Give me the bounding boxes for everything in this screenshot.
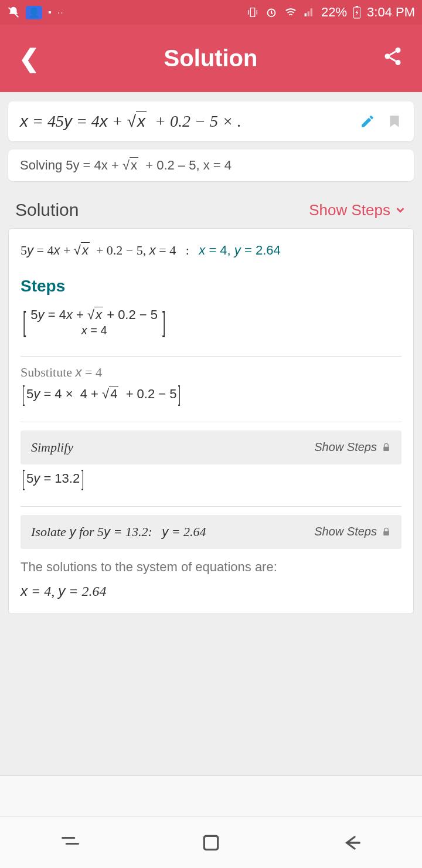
back-nav-button[interactable] (340, 831, 363, 855)
share-button[interactable] (382, 45, 403, 73)
solution-section-header: Solution Show Steps (8, 189, 414, 228)
lock-icon (382, 527, 391, 537)
battery-percent: 22% (321, 5, 347, 20)
bottom-strip (0, 775, 422, 816)
isolate-row[interactable]: Isolate y for 5y = 13.2: y = 2.64 Show S… (21, 515, 401, 549)
final-text: The solutions to the system of equations… (21, 560, 401, 575)
show-steps-locked[interactable]: Show Steps (314, 440, 391, 454)
steps-heading: Steps (21, 277, 401, 296)
status-right: 22% 3:04 PM (246, 5, 415, 20)
divider (21, 356, 401, 357)
svg-point-6 (396, 60, 401, 65)
show-steps-toggle[interactable]: Show Steps (309, 201, 407, 219)
svg-rect-3 (356, 6, 358, 7)
content-area: x = 45y = 4x + x + 0.2 − 5 × . Solving 5… (0, 92, 422, 775)
vibrate-icon (246, 6, 259, 19)
android-nav-bar (0, 816, 422, 868)
signal-icon (304, 6, 315, 18)
equation-card: x = 45y = 4x + x + 0.2 − 5 × . (8, 101, 414, 141)
app-indicator-icon: 👤 (26, 6, 42, 19)
solving-text: Solving 5y = 4x + x + 0.2 – 5, x = 4 (20, 158, 232, 173)
isolate-label: Isolate y for 5y = 13.2: y = 2.64 (31, 524, 206, 540)
home-button[interactable] (199, 831, 223, 855)
show-steps-locked[interactable]: Show Steps (314, 525, 391, 538)
substitute-eq: [ 5y = 4 × 4 + 4 + 0.2 − 5 ] (21, 386, 183, 403)
system-bracket: [ 5y = 4x + x + 0.2 − 5 x = 4 ] (21, 307, 168, 337)
recent-apps-button[interactable] (59, 831, 82, 855)
status-bar: 👤 ▪ ·· 22% 3:04 PM (0, 0, 422, 25)
status-left: 👤 ▪ ·· (7, 6, 64, 19)
app-bar: ❮ Solution (0, 25, 422, 92)
page-title: Solution (164, 45, 258, 72)
result-line: 5y = 4x + x + 0.2 − 5, x = 4 : x = 4, y … (21, 243, 401, 258)
equation-text: x = 45y = 4x + x + 0.2 − 5 × . (20, 112, 241, 131)
more-icon: ·· (57, 8, 64, 17)
substitute-label: Substitute x = 4 (21, 365, 401, 380)
svg-rect-7 (204, 836, 217, 849)
notification-dot-icon: ▪ (48, 7, 52, 18)
edit-icon[interactable] (360, 114, 375, 129)
back-button[interactable]: ❮ (19, 44, 39, 73)
bookmark-icon[interactable] (387, 113, 402, 130)
divider (21, 506, 401, 507)
wifi-icon (284, 6, 298, 19)
simplify-result: [ 5y = 13.2 ] (21, 470, 86, 487)
solving-card: Solving 5y = 4x + x + 0.2 – 5, x = 4 (8, 150, 414, 181)
svg-point-4 (396, 48, 401, 53)
bell-off-icon (7, 6, 20, 19)
solution-label: Solution (15, 200, 79, 220)
alarm-icon (265, 6, 278, 19)
lock-icon (382, 443, 391, 452)
clock-time: 3:04 PM (367, 5, 415, 20)
simplify-row[interactable]: Simplify Show Steps (21, 430, 401, 464)
simplify-label: Simplify (31, 440, 73, 455)
chevron-down-icon (394, 204, 407, 216)
solution-body: 5y = 4x + x + 0.2 − 5, x = 4 : x = 4, y … (8, 228, 414, 614)
svg-point-5 (385, 53, 390, 59)
battery-charging-icon (353, 6, 361, 19)
final-answer: x = 4, y = 2.64 (21, 583, 401, 599)
divider (21, 422, 401, 422)
